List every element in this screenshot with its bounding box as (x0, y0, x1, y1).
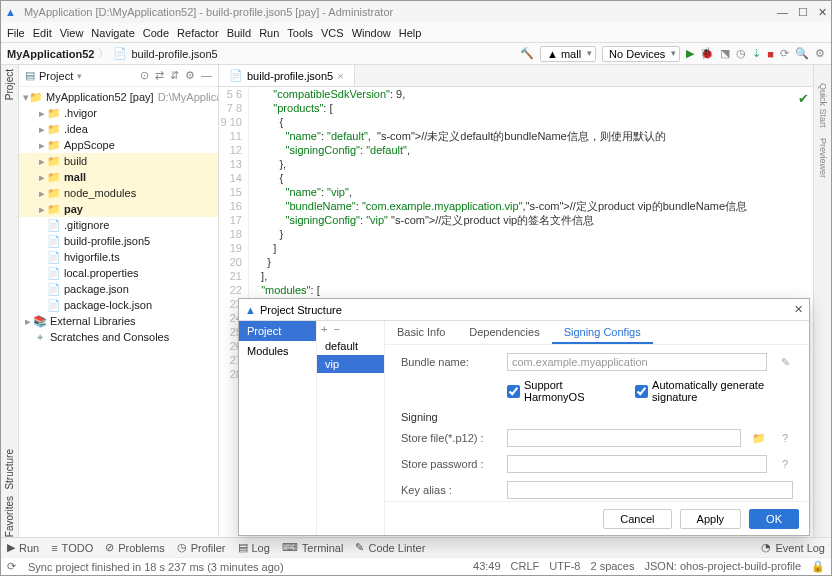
left-item-modules[interactable]: Modules (239, 341, 316, 361)
tab-signing-configs[interactable]: Signing Configs (552, 321, 653, 344)
chk-auto-sign[interactable]: Automatically generate signature (635, 379, 793, 403)
menu-edit[interactable]: Edit (33, 27, 52, 39)
tree-row[interactable]: ▸📁.idea (19, 121, 218, 137)
tree-row[interactable]: ▸📁build (19, 153, 218, 169)
input-bundle-name[interactable] (507, 353, 767, 371)
apply-button[interactable]: Apply (680, 509, 742, 529)
tree-row[interactable]: ⌖Scratches and Consoles (19, 329, 218, 345)
tab-basic-info[interactable]: Basic Info (385, 321, 457, 344)
crumb-project[interactable]: MyApplication52 (7, 48, 94, 60)
help-icon[interactable]: ? (777, 432, 793, 444)
tree-row[interactable]: ▸📁pay (19, 201, 218, 217)
profile-icon[interactable]: ◷ (736, 47, 746, 60)
dialog-close-icon[interactable]: ✕ (794, 303, 803, 316)
debug-icon[interactable]: 🐞 (700, 47, 714, 60)
status-indent[interactable]: 2 spaces (590, 560, 634, 573)
build-icon[interactable]: 🔨 (520, 47, 534, 60)
close-tab-icon[interactable]: × (337, 70, 343, 82)
right-tab-previewer[interactable]: Previewer (818, 138, 828, 178)
menu-tools[interactable]: Tools (287, 27, 313, 39)
lock-icon[interactable]: 🔒 (811, 560, 825, 573)
device-dropdown[interactable]: No Devices (602, 46, 680, 62)
menu-vcs[interactable]: VCS (321, 27, 344, 39)
status-position[interactable]: 43:49 (473, 560, 501, 573)
mid-item-vip[interactable]: vip (317, 355, 384, 373)
select-opened-icon[interactable]: ⊙ (140, 69, 149, 82)
btn-eventlog[interactable]: ◔ Event Log (761, 541, 825, 554)
tree-row[interactable]: 📄package.json (19, 281, 218, 297)
gear-icon[interactable]: ⚙ (185, 69, 195, 82)
menu-help[interactable]: Help (399, 27, 422, 39)
tree-row[interactable]: 📄local.properties (19, 265, 218, 281)
tree-row[interactable]: ▸📁AppScope (19, 137, 218, 153)
hide-icon[interactable]: — (201, 69, 212, 82)
dialog-icon: ▲ (245, 304, 256, 316)
btn-terminal[interactable]: ⌨ Terminal (282, 541, 344, 554)
input-key-alias[interactable] (507, 481, 793, 499)
input-store-pwd[interactable] (507, 455, 767, 473)
crumb-file[interactable]: build-profile.json5 (131, 48, 217, 60)
status-schema[interactable]: JSON: ohos-project-build-profile (644, 560, 801, 573)
menu-build[interactable]: Build (227, 27, 251, 39)
search-icon[interactable]: 🔍 (795, 47, 809, 60)
tree-row[interactable]: 📄package-lock.json (19, 297, 218, 313)
menu-code[interactable]: Code (143, 27, 169, 39)
tree-row[interactable]: ▾📁MyApplication52 [pay]D:\MyApplication5… (19, 89, 218, 105)
breadcrumb[interactable]: MyApplication52 〉 📄 build-profile.json5 (7, 46, 218, 61)
tree-row[interactable]: ▸📁node_modules (19, 185, 218, 201)
browse-icon[interactable]: 📁 (751, 432, 767, 445)
close-button[interactable]: ✕ (818, 6, 827, 19)
btn-lint[interactable]: ✎ Code Linter (355, 541, 425, 554)
settings-icon[interactable]: ⚙ (815, 47, 825, 60)
project-tree[interactable]: ▾📁MyApplication52 [pay]D:\MyApplication5… (19, 87, 218, 537)
label-key-alias: Key alias : (401, 484, 497, 496)
run-icon[interactable]: ▶ (686, 47, 694, 60)
status-encoding[interactable]: UTF-8 (549, 560, 580, 573)
maximize-button[interactable]: ☐ (798, 6, 808, 19)
tree-row[interactable]: 📄hvigorfile.ts (19, 249, 218, 265)
section-signing: Signing (401, 411, 793, 423)
minimize-button[interactable]: — (777, 6, 788, 19)
run-config-dropdown[interactable]: ▲ mall (540, 46, 596, 62)
btn-problems[interactable]: ⊘ Problems (105, 541, 164, 554)
menu-view[interactable]: View (60, 27, 84, 39)
tree-row[interactable]: 📄build-profile.json5 (19, 233, 218, 249)
left-tab-project[interactable]: Project (4, 69, 15, 100)
tree-row[interactable]: 📄.gitignore (19, 217, 218, 233)
tree-row[interactable]: ▸📁.hvigor (19, 105, 218, 121)
remove-icon[interactable]: − (333, 323, 339, 335)
expand-icon[interactable]: ⇄ (155, 69, 164, 82)
input-store-file[interactable] (507, 429, 741, 447)
btn-profiler[interactable]: ◷ Profiler (177, 541, 226, 554)
left-tab-favorites[interactable]: Favorites (4, 496, 15, 537)
edit-icon[interactable]: ✎ (777, 356, 793, 369)
left-item-project[interactable]: Project (239, 321, 316, 341)
status-line-sep[interactable]: CRLF (511, 560, 540, 573)
attach-icon[interactable]: ⇣ (752, 47, 761, 60)
stop-icon[interactable]: ■ (767, 48, 774, 60)
tree-row[interactable]: ▸📁mall (19, 169, 218, 185)
btn-run[interactable]: ▶ Run (7, 541, 39, 554)
tab-dependencies[interactable]: Dependencies (457, 321, 551, 344)
right-tab-quickstart[interactable]: Quick Start (818, 83, 828, 128)
btn-log[interactable]: ▤ Log (238, 541, 270, 554)
coverage-icon[interactable]: ⬔ (720, 47, 730, 60)
left-tab-structure[interactable]: Structure (4, 449, 15, 490)
btn-todo[interactable]: ≡ TODO (51, 542, 93, 554)
sync-icon[interactable]: ⟳ (780, 47, 789, 60)
chk-harmonyos[interactable]: Support HarmonyOS (507, 379, 613, 403)
collapse-icon[interactable]: ⇵ (170, 69, 179, 82)
tree-row[interactable]: ▸📚External Libraries (19, 313, 218, 329)
ok-button[interactable]: OK (749, 509, 799, 529)
editor-tab[interactable]: 📄 build-profile.json5 × (219, 65, 355, 86)
menu-file[interactable]: File (7, 27, 25, 39)
menu-refactor[interactable]: Refactor (177, 27, 219, 39)
menu-window[interactable]: Window (352, 27, 391, 39)
menu-navigate[interactable]: Navigate (91, 27, 134, 39)
help-icon-2[interactable]: ? (777, 458, 793, 470)
status-message: Sync project finished in 18 s 237 ms (3 … (28, 561, 284, 573)
menu-run[interactable]: Run (259, 27, 279, 39)
add-icon[interactable]: + (321, 323, 327, 335)
mid-item-default[interactable]: default (317, 337, 384, 355)
cancel-button[interactable]: Cancel (603, 509, 671, 529)
